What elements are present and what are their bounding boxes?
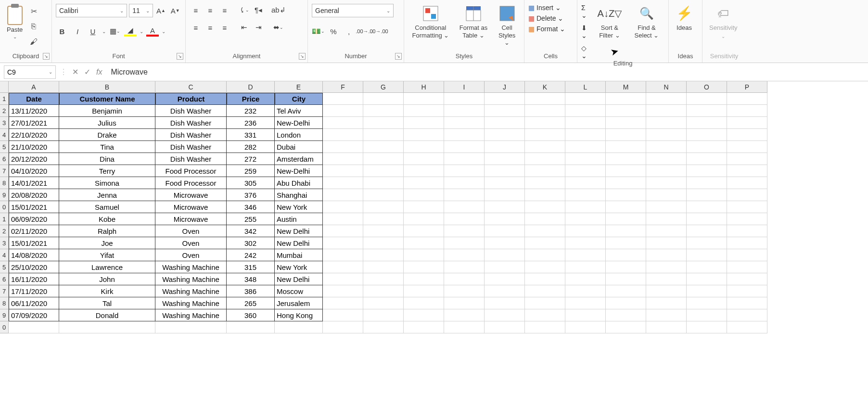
cell[interactable]	[565, 141, 606, 153]
row-header[interactable]: 7	[0, 165, 9, 177]
cell[interactable]: London	[275, 129, 323, 141]
decrease-decimal-button[interactable]: .0→.00	[373, 25, 386, 38]
cell[interactable]	[687, 213, 727, 225]
cell[interactable]	[606, 261, 646, 273]
cell[interactable]	[525, 273, 565, 285]
orientation-button[interactable]: ⤹⌄	[238, 4, 250, 16]
cell[interactable]	[363, 297, 404, 309]
cell[interactable]: 16/11/2020	[9, 273, 59, 285]
cell[interactable]	[363, 129, 404, 141]
cell[interactable]	[444, 213, 485, 225]
cell[interactable]: 342	[227, 225, 275, 237]
cell[interactable]	[404, 141, 444, 153]
cell[interactable]: Tel Aviv	[275, 105, 323, 117]
cell[interactable]	[404, 201, 444, 213]
cell[interactable]	[565, 177, 606, 189]
number-format-combo[interactable]: General⌄	[312, 4, 394, 17]
cell[interactable]	[363, 105, 404, 117]
column-header[interactable]: N	[646, 81, 687, 93]
percent-button[interactable]: %	[327, 25, 340, 38]
wrap-text-button[interactable]: ab↲	[271, 4, 286, 16]
rtl-button[interactable]: ¶◂	[252, 4, 265, 16]
cell[interactable]	[687, 105, 727, 117]
increase-font-button[interactable]: A▲	[155, 4, 167, 17]
cell[interactable]	[363, 309, 404, 321]
row-header[interactable]: 2	[0, 105, 9, 117]
cell[interactable]	[525, 225, 565, 237]
cell[interactable]: 14/08/2020	[9, 249, 59, 261]
cell[interactable]	[404, 225, 444, 237]
cell[interactable]	[565, 273, 606, 285]
cell[interactable]	[727, 177, 767, 189]
cell[interactable]	[646, 105, 687, 117]
cell[interactable]	[606, 141, 646, 153]
number-launcher-icon[interactable]: ↘	[395, 53, 402, 60]
cell[interactable]: 255	[227, 213, 275, 225]
cell[interactable]	[606, 117, 646, 129]
cell[interactable]	[606, 237, 646, 249]
cell[interactable]: New Delhi	[275, 225, 323, 237]
cell[interactable]	[323, 201, 363, 213]
cell[interactable]: Samuel	[59, 201, 155, 213]
cut-button[interactable]: ✂	[28, 6, 39, 16]
cell[interactable]	[606, 309, 646, 321]
cell[interactable]	[363, 153, 404, 165]
cell[interactable]	[363, 237, 404, 249]
cell[interactable]	[646, 285, 687, 297]
cell[interactable]	[687, 285, 727, 297]
cell[interactable]	[646, 165, 687, 177]
cell[interactable]	[485, 237, 525, 249]
cell[interactable]	[323, 297, 363, 309]
align-top-button[interactable]: ≡	[190, 4, 202, 16]
cell[interactable]	[687, 249, 727, 261]
cell[interactable]	[646, 153, 687, 165]
cell[interactable]	[606, 177, 646, 189]
cell[interactable]	[323, 117, 363, 129]
cell[interactable]	[606, 105, 646, 117]
ideas-button[interactable]: ⚡ Ideas	[673, 4, 696, 33]
cell[interactable]	[404, 237, 444, 249]
cell[interactable]	[444, 261, 485, 273]
cell[interactable]	[525, 105, 565, 117]
cell[interactable]: 242	[227, 249, 275, 261]
cell[interactable]	[323, 141, 363, 153]
delete-button[interactable]: ▦Delete ⌄	[528, 14, 565, 22]
cell[interactable]	[404, 249, 444, 261]
cell[interactable]	[485, 213, 525, 225]
cell[interactable]	[444, 177, 485, 189]
cell[interactable]	[525, 165, 565, 177]
cell[interactable]: Hong Kong	[275, 309, 323, 321]
column-header[interactable]: D	[227, 81, 275, 93]
cell[interactable]	[363, 249, 404, 261]
cell[interactable]	[404, 105, 444, 117]
cell[interactable]	[565, 261, 606, 273]
cell[interactable]	[404, 297, 444, 309]
row-header[interactable]: 3	[0, 237, 9, 249]
cell[interactable]: 20/12/2020	[9, 153, 59, 165]
cell[interactable]: Microwave	[155, 201, 227, 213]
cell[interactable]	[444, 225, 485, 237]
cell[interactable]	[646, 261, 687, 273]
cell[interactable]	[323, 321, 363, 333]
cell[interactable]: Joe	[59, 237, 155, 249]
cell[interactable]	[606, 321, 646, 333]
cell[interactable]	[404, 213, 444, 225]
font-color-button[interactable]: A	[146, 25, 159, 38]
cell[interactable]: 15/01/2021	[9, 201, 59, 213]
cell[interactable]: Jerusalem	[275, 297, 323, 309]
cell[interactable]	[606, 213, 646, 225]
cell[interactable]: Ralph	[59, 225, 155, 237]
cell[interactable]	[59, 321, 155, 333]
cell[interactable]: Abu Dhabi	[275, 177, 323, 189]
cell[interactable]	[485, 177, 525, 189]
cancel-icon[interactable]: ✕	[72, 67, 78, 76]
cell[interactable]: Yifat	[59, 249, 155, 261]
cell[interactable]	[275, 321, 323, 333]
cell[interactable]	[485, 117, 525, 129]
cell[interactable]	[565, 129, 606, 141]
cell[interactable]: Kobe	[59, 213, 155, 225]
cell[interactable]	[485, 201, 525, 213]
cell[interactable]: 376	[227, 189, 275, 201]
cell[interactable]: 232	[227, 105, 275, 117]
cell[interactable]: Julius	[59, 117, 155, 129]
